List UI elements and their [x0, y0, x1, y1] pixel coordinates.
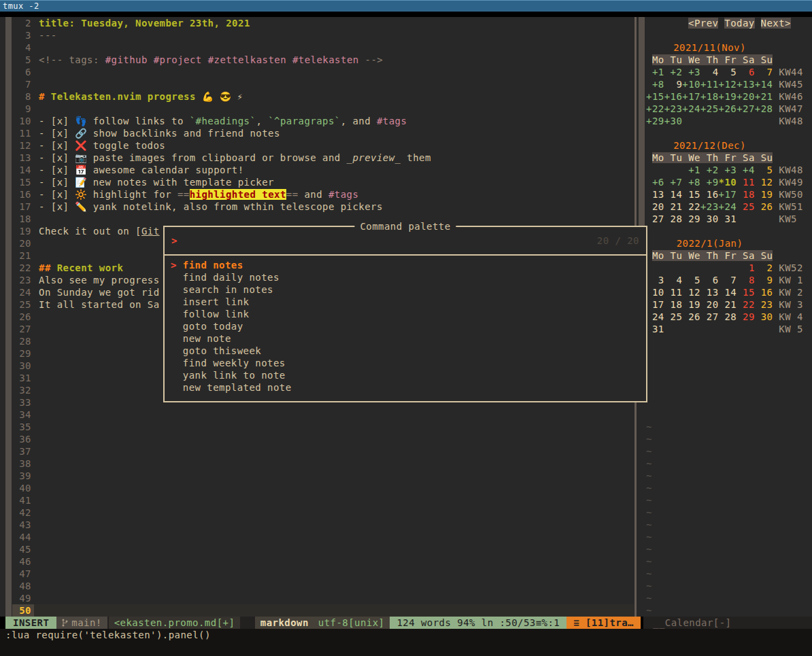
calendar-day[interactable] — [719, 262, 737, 273]
calendar-prev-button[interactable]: <Prev — [688, 18, 718, 29]
calendar-day[interactable] — [646, 165, 664, 175]
editor-line[interactable]: 36 — [12, 433, 634, 445]
calendar-day[interactable]: +23 — [664, 103, 683, 114]
editor-line[interactable]: 41 — [12, 494, 634, 506]
calendar-day[interactable]: 7 — [755, 67, 773, 77]
calendar-today-button[interactable]: Today — [724, 18, 754, 29]
editor-line[interactable]: 35 — [12, 421, 634, 433]
palette-item-insert-link[interactable]: insert link — [171, 296, 646, 308]
scrollbar-thumb[interactable] — [639, 17, 645, 226]
calendar-day[interactable]: +1 — [682, 165, 700, 175]
calendar-day[interactable]: +6 — [646, 177, 664, 188]
calendar-day[interactable]: 18 — [737, 189, 755, 200]
editor-line[interactable]: 15- [x] 📝 new notes with template picker — [12, 176, 634, 188]
calendar-day[interactable]: +15 — [646, 91, 664, 102]
calendar-day[interactable]: +25 — [700, 103, 719, 114]
calendar-day[interactable]: 25 — [737, 201, 755, 212]
editor-line[interactable]: 42 — [12, 506, 634, 519]
calendar-day[interactable]: 5 — [682, 275, 700, 286]
editor-line[interactable]: 17- [x] ✏️ yank notelink, also from wthi… — [12, 201, 634, 213]
calendar-day[interactable] — [646, 262, 664, 273]
calendar-day[interactable] — [755, 324, 773, 334]
editor-line[interactable]: 45 — [12, 543, 634, 555]
calendar-day[interactable]: *10 — [719, 177, 737, 188]
editor-line[interactable]: 48 — [12, 580, 634, 592]
calendar-next-button[interactable]: Next> — [761, 18, 791, 29]
editor-line[interactable]: 47 — [12, 568, 634, 580]
calendar-day[interactable]: 28 — [719, 311, 737, 322]
calendar-day[interactable]: 22 — [737, 299, 755, 310]
calendar-day[interactable]: +8 — [682, 177, 700, 188]
calendar-day[interactable]: +18 — [700, 91, 719, 102]
calendar-day[interactable]: 7 — [719, 275, 737, 286]
calendar-day[interactable]: +11 — [700, 79, 719, 90]
calendar-day[interactable]: +28 — [755, 103, 773, 114]
palette-item-find-notes[interactable]: > find notes — [171, 259, 646, 271]
calendar-day[interactable]: +24 — [682, 103, 700, 114]
calendar-day[interactable]: +20 — [737, 91, 755, 102]
palette-item-goto-today[interactable]: goto today — [171, 320, 646, 332]
calendar-day[interactable]: 26 — [682, 311, 700, 322]
calendar-day[interactable] — [664, 324, 683, 334]
calendar-day[interactable] — [737, 324, 755, 334]
calendar-day[interactable]: +3 — [682, 67, 700, 77]
editor-line[interactable]: 46 — [12, 555, 634, 568]
calendar-day[interactable] — [664, 165, 683, 175]
calendar-day[interactable]: +2 — [664, 67, 683, 77]
calendar-day[interactable]: 27 — [700, 311, 719, 322]
editor-line[interactable]: 4 — [12, 41, 634, 54]
calendar-day[interactable]: 10 — [646, 287, 664, 298]
editor-line[interactable]: 12- [x] ❌ toggle todos — [12, 139, 634, 152]
calendar-day[interactable]: 25 — [664, 311, 683, 322]
calendar-day[interactable]: +24 — [719, 201, 737, 212]
calendar-day[interactable] — [664, 262, 683, 273]
editor-line[interactable]: 18 — [12, 213, 634, 225]
command-line[interactable]: :lua require('telekasten').panel() — [0, 629, 812, 642]
calendar-day[interactable]: 21 — [719, 299, 737, 310]
calendar-day[interactable]: 31 — [646, 324, 664, 334]
calendar-day[interactable]: 19 — [755, 189, 773, 200]
editor-line[interactable]: 7 — [12, 78, 634, 90]
calendar-day[interactable]: +23 — [700, 201, 719, 212]
calendar-day[interactable]: 2 — [755, 262, 773, 273]
calendar-day[interactable]: 16 — [755, 287, 773, 298]
calendar-day[interactable]: 12 — [682, 287, 700, 298]
calendar-day[interactable]: +8 — [646, 79, 664, 90]
editor-line[interactable]: 6 — [12, 66, 634, 78]
calendar-day[interactable] — [719, 324, 737, 334]
calendar-day[interactable]: +16 — [664, 91, 683, 102]
calendar-day[interactable]: 22 — [682, 201, 700, 212]
calendar-day[interactable] — [700, 324, 719, 334]
calendar-day[interactable]: 4 — [664, 275, 683, 286]
editor-line[interactable]: 38 — [12, 458, 634, 470]
calendar-day[interactable]: 13 — [646, 189, 664, 200]
editor-line[interactable]: 39 — [12, 470, 634, 482]
calendar-day[interactable] — [719, 116, 737, 126]
calendar-day[interactable]: 11 — [737, 177, 755, 188]
calendar-day[interactable]: 18 — [664, 299, 683, 310]
calendar-day[interactable]: 14 — [664, 189, 683, 200]
calendar-day[interactable] — [737, 213, 755, 224]
calendar-day[interactable] — [700, 262, 719, 273]
calendar-day[interactable]: 27 — [646, 213, 664, 224]
calendar-day[interactable] — [682, 324, 700, 334]
editor-line[interactable]: 40 — [12, 482, 634, 494]
calendar-day[interactable]: 9 — [664, 79, 683, 90]
calendar-day[interactable]: 15 — [737, 287, 755, 298]
calendar-day[interactable]: 30 — [755, 311, 773, 322]
editor-line[interactable]: 8# Telekasten.nvim progress 💪 😎 ⚡ — [12, 90, 634, 103]
calendar-day[interactable]: 11 — [664, 287, 683, 298]
calendar-day[interactable]: +21 — [755, 91, 773, 102]
calendar-day[interactable]: 30 — [700, 213, 719, 224]
editor-line[interactable]: 2title: Tuesday, November 23th, 2021 — [12, 17, 634, 29]
calendar-day[interactable] — [682, 262, 700, 273]
calendar-day[interactable]: +7 — [664, 177, 683, 188]
calendar-day[interactable]: +4 — [737, 165, 755, 175]
calendar-day[interactable]: 8 — [737, 275, 755, 286]
calendar-day[interactable]: 21 — [664, 201, 683, 212]
calendar-day[interactable]: 26 — [755, 201, 773, 212]
calendar-day[interactable]: +30 — [664, 116, 683, 126]
editor-line[interactable]: 37 — [12, 445, 634, 458]
palette-item-yank-link-to-note[interactable]: yank link to note — [171, 369, 646, 381]
calendar-day[interactable]: 28 — [664, 213, 683, 224]
